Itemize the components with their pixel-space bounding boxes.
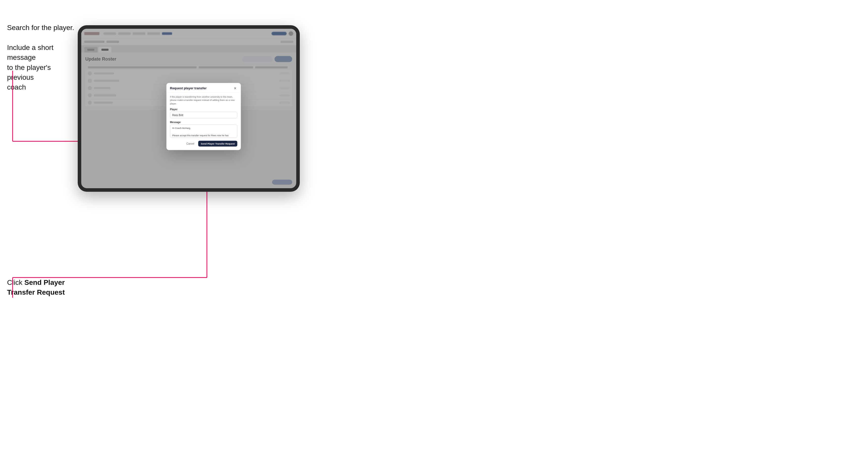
tablet-screen: Update Roster xyxy=(81,29,296,188)
annotation-top-left: Search for the player. Include a short m… xyxy=(7,23,78,102)
request-transfer-modal: Request player transfer ✕ If the player … xyxy=(166,83,241,150)
modal-footer: Cancel Send Player Transfer Request xyxy=(170,141,238,147)
annotation-search-text: Search for the player. xyxy=(7,23,78,33)
message-line-1: Hi Coach McHarg, xyxy=(172,127,191,129)
player-field-label: Player xyxy=(170,108,238,111)
message-textarea[interactable]: Hi Coach McHarg, Please accept this tran… xyxy=(170,125,238,138)
annotation-bottom-left: Click Send PlayerTransfer Request xyxy=(7,278,65,297)
message-field-label: Message xyxy=(170,121,238,124)
annotation-click-prefix: Click xyxy=(7,279,24,286)
modal-header: Request player transfer ✕ xyxy=(166,83,241,93)
player-input-value: Rees Britt xyxy=(172,114,183,116)
message-line-2: Please accept this transfer request for … xyxy=(172,134,229,138)
send-transfer-request-button[interactable]: Send Player Transfer Request xyxy=(198,141,238,147)
annotation-message-text: Include a short messageto the player's p… xyxy=(7,43,78,92)
cancel-button[interactable]: Cancel xyxy=(184,141,196,146)
tablet-device: Update Roster xyxy=(78,25,300,192)
modal-description: If the player is transferring from anoth… xyxy=(170,95,238,105)
player-search-input[interactable]: Rees Britt xyxy=(170,112,238,118)
modal-body: If the player is transferring from anoth… xyxy=(166,93,241,150)
modal-close-button[interactable]: ✕ xyxy=(233,86,238,90)
modal-title: Request player transfer xyxy=(170,86,207,90)
modal-overlay: Request player transfer ✕ If the player … xyxy=(81,29,296,188)
